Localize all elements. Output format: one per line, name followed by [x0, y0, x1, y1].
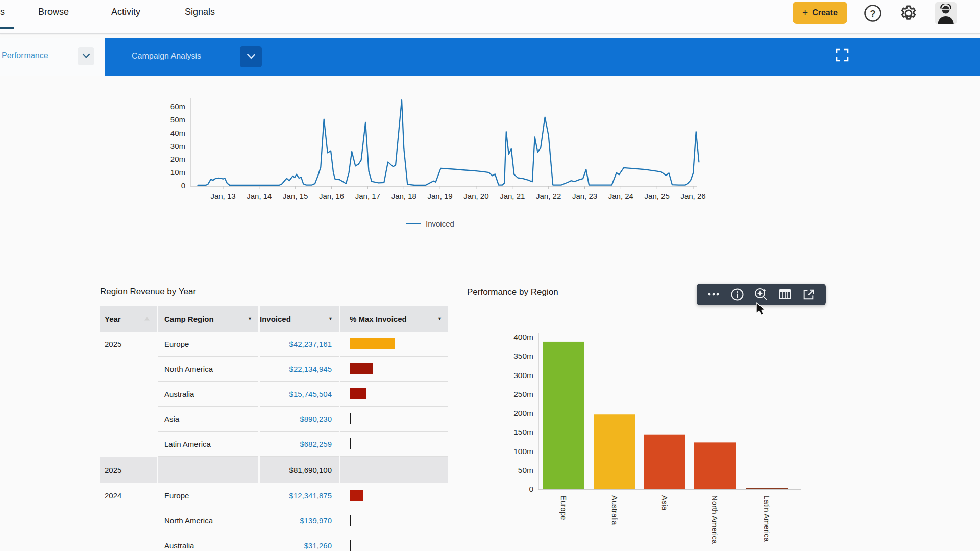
line-x-tick: Jan, 16	[319, 192, 344, 201]
bar-latin-america[interactable]	[746, 488, 788, 489]
nav-item-partial[interactable]: s	[0, 7, 5, 17]
line-x-tick: Jan, 26	[680, 192, 705, 201]
bar-australia[interactable]	[594, 414, 635, 489]
gear-icon	[899, 4, 918, 25]
line-chart-legend: Invoiced	[406, 219, 454, 228]
bar-north-america[interactable]	[694, 442, 736, 489]
pct-max-bar[interactable]	[350, 540, 351, 551]
column-header-max-invoiced[interactable]: % Max Invoiced▼	[340, 306, 448, 332]
line-y-tick: 60m	[170, 102, 185, 111]
pct-max-bar[interactable]	[350, 338, 395, 349]
column-filter-caret-icon[interactable]: ▼	[328, 316, 333, 321]
year-cell	[100, 533, 157, 551]
more-icon[interactable]	[706, 287, 721, 302]
settings-button[interactable]	[898, 4, 919, 24]
year-cell	[100, 508, 157, 533]
bar-x-label: Europe	[559, 495, 568, 520]
create-button-label: Create	[812, 8, 838, 17]
nav-tab-browse[interactable]: Browse	[38, 7, 69, 17]
table-row[interactable]: 2025Europe$42,237,161	[100, 332, 452, 357]
legend-label[interactable]: Invoiced	[426, 219, 454, 228]
pct-max-bar[interactable]	[350, 490, 363, 501]
pct-max-cell	[340, 332, 448, 357]
line-x-tick: Jan, 21	[500, 192, 525, 201]
pct-max-bar[interactable]	[350, 515, 351, 526]
info-icon[interactable]	[730, 287, 745, 302]
line-y-tick: 20m	[170, 155, 185, 163]
table-view-icon[interactable]	[777, 287, 793, 302]
legend-swatch-invoiced	[406, 223, 421, 224]
table-row[interactable]: North America$22,134,945	[100, 357, 452, 382]
pct-max-bar[interactable]	[350, 363, 373, 374]
bar-y-tick: 400m	[513, 333, 533, 341]
bar-asia[interactable]	[644, 435, 685, 489]
bar-x-label: Australia	[610, 495, 619, 525]
nav-tab-activity[interactable]: Activity	[111, 7, 140, 17]
user-avatar[interactable]	[934, 4, 958, 24]
pct-max-cell	[340, 457, 448, 483]
line-x-tick: Jan, 20	[463, 192, 488, 201]
ai-search-icon[interactable]	[753, 287, 769, 302]
table-row[interactable]: Latin America$682,259	[100, 432, 452, 457]
region-cell	[158, 457, 258, 483]
table-title: Region Revenue by Year	[100, 287, 196, 297]
table-row[interactable]: Australia$31,260	[100, 533, 452, 551]
view-dropdown-button[interactable]	[240, 46, 262, 67]
column-header-camp-region[interactable]: Camp Region▼	[158, 306, 258, 332]
column-header-invoiced[interactable]: Invoiced▼	[260, 306, 339, 332]
help-icon: ?	[864, 4, 882, 24]
sort-ascending-icon[interactable]	[144, 317, 150, 321]
bar-y-tick: 0	[529, 485, 533, 493]
performance-bar-chart[interactable]: 050m100m150m200m250m300m350m400mEuropeAu…	[503, 329, 819, 551]
fullscreen-button[interactable]	[832, 46, 852, 66]
fullscreen-icon	[836, 48, 849, 64]
bar-y-tick: 200m	[513, 409, 533, 417]
invoiced-value-link[interactable]: $139,970	[300, 516, 332, 525]
dashboard-dropdown-button[interactable]	[78, 47, 94, 65]
table-row[interactable]: 2024Europe$12,341,875	[100, 483, 452, 508]
column-filter-caret-icon[interactable]: ▼	[437, 316, 442, 321]
invoiced-line-chart[interactable]: 010m20m30m40m50m60mJan, 13Jan, 14Jan, 15…	[158, 92, 709, 210]
invoiced-value-link[interactable]: $12,341,875	[289, 491, 332, 500]
invoiced-value-link[interactable]: $42,237,161	[289, 340, 332, 348]
pct-max-bar[interactable]	[350, 413, 351, 424]
create-button[interactable]: + Create	[793, 2, 847, 24]
invoiced-value-link[interactable]: $682,259	[300, 440, 332, 448]
open-in-new-icon[interactable]	[801, 287, 817, 302]
region-revenue-table: YearCamp Region▼Invoiced▼% Max Invoiced▼…	[100, 306, 452, 551]
pct-max-cell	[340, 508, 448, 533]
nav-tab-signals[interactable]: Signals	[185, 7, 215, 17]
invoiced-cell: $42,237,161	[260, 332, 339, 357]
column-header-year[interactable]: Year	[100, 306, 157, 332]
invoiced-value-link[interactable]: $890,230	[300, 415, 332, 423]
invoiced-value-link[interactable]: $15,745,504	[289, 390, 332, 398]
chevron-down-icon	[246, 51, 257, 64]
invoiced-value-link[interactable]: $22,134,945	[289, 365, 332, 373]
region-cell: Asia	[158, 407, 258, 432]
pct-max-bar[interactable]	[350, 388, 366, 399]
bar-y-tick: 100m	[513, 447, 533, 456]
bar-europe[interactable]	[543, 342, 584, 489]
year-cell	[100, 382, 157, 407]
pct-max-cell	[340, 533, 448, 551]
table-row[interactable]: Australia$15,745,504	[100, 382, 452, 407]
invoiced-value-link[interactable]: $31,260	[304, 541, 332, 550]
table-subtotal-row[interactable]: 2025$81,690,100	[100, 457, 452, 483]
invoiced-cell: $81,690,100	[260, 457, 339, 483]
help-button[interactable]: ?	[863, 4, 883, 24]
column-filter-caret-icon[interactable]: ▼	[248, 316, 252, 321]
table-row[interactable]: North America$139,970	[100, 508, 452, 533]
region-cell: Australia	[158, 382, 258, 407]
table-row[interactable]: Asia$890,230	[100, 407, 452, 432]
invoiced-series-line[interactable]	[198, 100, 699, 185]
subtotal-value: $81,690,100	[289, 466, 332, 474]
line-x-tick: Jan, 23	[572, 192, 597, 201]
dashboard-name-label[interactable]: Performance	[2, 51, 48, 60]
view-name-label[interactable]: Campaign Analysis	[132, 52, 201, 61]
pct-max-bar[interactable]	[350, 438, 351, 449]
bar-y-tick: 150m	[513, 428, 533, 436]
line-x-tick: Jan, 15	[283, 192, 308, 201]
top-navigation-bar: s BrowseActivitySignals + Create ?	[0, 0, 980, 34]
invoiced-cell: $682,259	[260, 432, 339, 457]
breadcrumb-panel: Performance	[0, 38, 105, 76]
